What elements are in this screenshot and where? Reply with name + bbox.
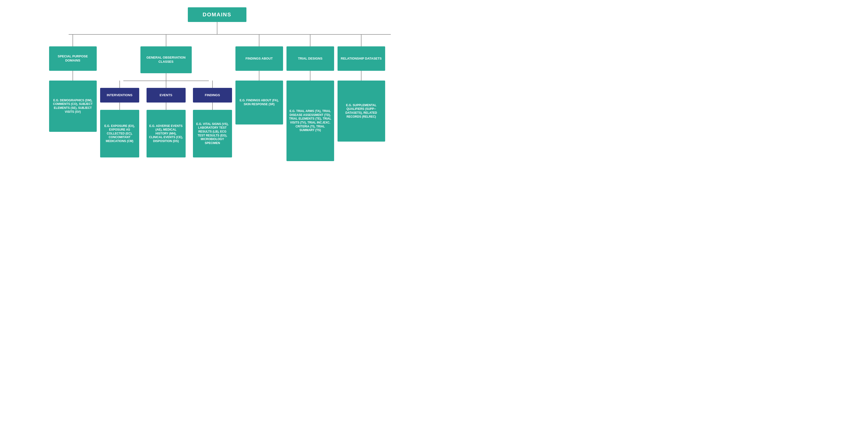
goc-children-row: INTERVENTIONS E.G. EXPOSURE (EX), EXPOSU… (100, 81, 232, 157)
branch-td: TRIAL DESIGNS E.G. TRIAL ARMS (TA), TRIA… (286, 34, 334, 161)
fa-vline-top (259, 34, 259, 46)
findings-example: E.G. VITAL SIGNS (VS), LABORATORY TEST R… (193, 110, 232, 157)
interventions-example: E.G. EXPOSURE (EX), EXPOSURE AS COLLECTE… (100, 110, 139, 157)
findings-box: FINDINGS (193, 88, 232, 102)
full-tree: DOMAINS SPECIAL PURPOSE DOMAINS E.G. DE (7, 0, 427, 161)
relationship-datasets-box: RELATIONSHIP DATASETS (338, 46, 385, 71)
evt-vline (166, 81, 166, 88)
rd-example-box: E.G. SUPPLEMENTAL QUALIFIERS (SUPP-- DAT… (338, 81, 385, 141)
events-box: EVENTS (147, 88, 186, 102)
interventions-col: INTERVENTIONS E.G. EXPOSURE (EX), EXPOSU… (100, 81, 139, 157)
main-layout: DOMAINS SPECIAL PURPOSE DOMAINS E.G. DE (7, 0, 427, 161)
td-vline-mid (310, 71, 310, 81)
special-purpose-box: SPECIAL PURPOSE DOMAINS (49, 46, 97, 71)
sp-vline-mid (72, 71, 73, 81)
branch-fa: FINDINGS ABOUT E.G. FINDINGS ABOUT (FA),… (236, 34, 283, 161)
rd-vline-top (361, 34, 362, 46)
td-vline-top (310, 34, 310, 46)
spd-example-box: E.G. DEMOGRAPHICS (DM), COMMENTS (CO), S… (49, 81, 97, 132)
branch-rd: RELATIONSHIP DATASETS E.G. SUPPLEMENTAL … (338, 34, 385, 161)
td-example-box: E.G. TRIAL ARMS (TA), TRIAL DISEASE ASSE… (286, 81, 334, 161)
branch-row-container: SPECIAL PURPOSE DOMAINS E.G. DEMOGRAPHIC… (7, 34, 427, 161)
trial-designs-box: TRIAL DESIGNS (286, 46, 334, 71)
goc-box: GENERAL OBSERVATION CLASSES (141, 46, 192, 73)
int-vline (119, 81, 120, 88)
branch-special-purpose: SPECIAL PURPOSE DOMAINS E.G. DEMOGRAPHIC… (49, 34, 97, 161)
fin-vline2 (212, 102, 213, 110)
fa-example-box: E.G. FINDINGS ABOUT (FA), SKIN RESPONSE … (236, 81, 283, 125)
branch-flex: SPECIAL PURPOSE DOMAINS E.G. DEMOGRAPHIC… (7, 34, 427, 161)
rd-vline-mid (361, 71, 362, 81)
findings-about-box: FINDINGS ABOUT (236, 46, 283, 71)
int-vline2 (119, 102, 120, 110)
findings-col: FINDINGS E.G. VITAL SIGNS (VS), LABORATO… (193, 81, 232, 157)
events-col: EVENTS E.G. ADVERSE EVENTS (AE), MEDICAL… (147, 81, 186, 157)
root-box: DOMAINS (188, 7, 246, 22)
goc-v-down (166, 73, 166, 81)
evt-vline2 (166, 102, 166, 110)
interventions-box: INTERVENTIONS (100, 88, 139, 102)
root-vline (217, 22, 217, 34)
goc-h-line (123, 81, 209, 81)
branch-goc: GENERAL OBSERVATION CLASSES INTERVENTION… (100, 34, 232, 161)
fa-vline-mid (259, 71, 259, 81)
fin-vline (212, 81, 213, 88)
goc-sub-connector: INTERVENTIONS E.G. EXPOSURE (EX), EXPOSU… (100, 73, 232, 157)
h-line (69, 34, 391, 35)
goc-vline-top (166, 34, 166, 46)
root-row: DOMAINS (7, 7, 427, 22)
sp-vline-top (72, 34, 73, 46)
events-example: E.G. ADVERSE EVENTS (AE), MEDICAL HISTOR… (147, 110, 186, 157)
